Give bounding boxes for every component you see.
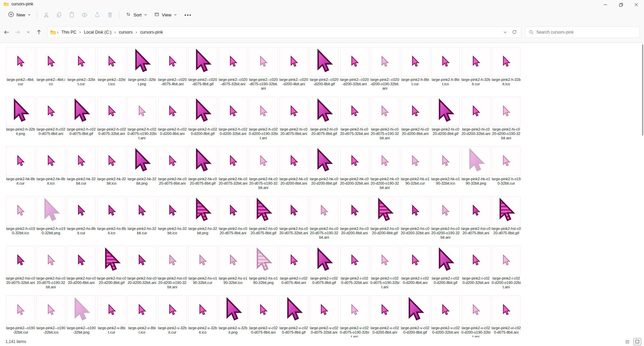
file-item[interactable]: large-pink2-v-c020-d075-8bit.ani — [248, 295, 279, 337]
file-item[interactable]: large-pink2-hsi-c020-d200-8bit.ani — [66, 246, 97, 295]
file-item[interactable]: large-pink2--o190-32bit.ico — [36, 295, 66, 337]
file-item[interactable]: large-pink2-h-32bit.cur — [461, 47, 491, 97]
file-item[interactable]: large-pink2-h-o190-32bit.cur — [491, 146, 522, 196]
file-item[interactable]: large-pink2-hk-32bit.png — [127, 146, 157, 196]
file-item[interactable]: large-pink2-hi-c020-d075-32bit.ani — [339, 97, 370, 146]
file-item[interactable]: large-pink2-h-32bit.ico — [491, 47, 522, 97]
new-button[interactable]: New — [5, 9, 34, 20]
file-item[interactable]: large-pink2-h-o190-32bit.png — [36, 196, 66, 246]
file-item[interactable]: large-pink2-i-c020-d075-8bit.gif — [309, 246, 339, 295]
copy-button[interactable] — [53, 9, 65, 20]
file-item[interactable]: large-pink2-i-c020-d200-8bit.gif — [430, 246, 461, 295]
file-item[interactable]: large-pink2-v-c020-d200-32bit.ani — [430, 295, 461, 337]
file-item[interactable]: large-pink2-hsi-c020-d075-8bit.ani — [461, 196, 491, 246]
file-item[interactable]: large-pink2-hs-8bit.cur — [66, 196, 97, 246]
file-item[interactable]: large-pink2-hsi-c020-d075-32bit.ani — [5, 246, 36, 295]
file-item[interactable]: large-pink2-v-32bit.ico — [187, 295, 218, 337]
file-item[interactable]: large-pink2--o190-32bit.png — [66, 295, 97, 337]
file-item[interactable]: large-pink2-h-c020-d200-32bit.ani — [218, 97, 249, 146]
file-item[interactable]: large-pink2-hk-32bit.cur — [66, 146, 97, 196]
file-item[interactable]: large-pink2-hsi-c020-d200-32bit.ani — [127, 246, 157, 295]
file-item[interactable]: large-pink2-hs-32bit.png — [187, 196, 218, 246]
file-item[interactable]: large-pink2-hk-c020-d200-8bit.ani — [279, 146, 309, 196]
file-item[interactable]: large-pink2--c020-d200-32bit.ani — [339, 47, 370, 97]
file-item[interactable]: large-pink2-v-c020-d200-8bit.gif — [400, 295, 431, 337]
file-item[interactable]: large-pink2-hsi-c020-d200-8bit.gif — [97, 246, 127, 295]
recent-locations-chevron[interactable] — [23, 28, 33, 37]
file-item[interactable]: large-pink2-hk-c020-d200-32bit.ani — [339, 146, 370, 196]
cut-button[interactable] — [40, 9, 53, 20]
file-item[interactable]: large-pink2-v-8bit.ico — [127, 295, 157, 337]
file-item[interactable]: large-pink2-i-c020-d200-4bit.ani — [400, 246, 431, 295]
file-item[interactable]: large-pink2-hi-c020-d075-o190-32bit.ani — [370, 97, 400, 146]
file-item[interactable]: large-pink2--4bit.cur — [5, 47, 36, 97]
file-item[interactable]: large-pink2-h-c020-d075-o190-32bit.ani — [127, 97, 157, 146]
file-item[interactable]: large-pink2--c020-d200-8bit.gif — [309, 47, 339, 97]
back-button[interactable] — [2, 28, 11, 37]
file-item[interactable]: large-pink2-h-c020-d075-8bit.gif — [66, 97, 97, 146]
paste-button[interactable] — [65, 9, 78, 20]
breadcrumb-cursors-pink[interactable]: cursors-pink — [138, 29, 165, 36]
file-item[interactable]: large-pink2-hsi-c020-d075-8bit.gif — [491, 196, 522, 246]
file-item[interactable]: large-pink2-hi-c020-d075-8bit.gif — [309, 97, 339, 146]
up-button[interactable] — [34, 28, 44, 37]
file-item[interactable]: large-pink2--4bit.ico — [36, 47, 66, 97]
file-item[interactable]: large-pink2-hk-o190-32bit.cur — [400, 146, 431, 196]
file-item[interactable]: large-pink2-hk-c020-d075-o190-32bit.ani — [248, 146, 279, 196]
file-item[interactable]: large-pink2-hk-c020-d200-o190-32bit.ani — [370, 146, 400, 196]
file-item[interactable]: large-pink2-hk-32bit.ico — [97, 146, 127, 196]
file-item[interactable]: large-pink2-i-c020-d075-o190-32bit.ani — [370, 246, 400, 295]
file-item[interactable]: large-pink2-hk-o190-32bit.ico — [430, 146, 461, 196]
file-item[interactable]: large-pink2-h-c020-d200-o190-32bit.ani — [248, 97, 279, 146]
file-item[interactable]: large-pink2-hk-8bit.ico — [36, 146, 66, 196]
file-item[interactable]: large-pink2-h-8bit.ico — [430, 47, 461, 97]
file-item[interactable]: large-pink2-hi-c020-d200-8bit.ani — [400, 97, 431, 146]
file-item[interactable]: large-pink2-hs-c020-d200-o190-32bit.ani — [430, 196, 461, 246]
file-item[interactable]: large-pink2--c020-d075-8bit.gif — [187, 47, 218, 97]
file-item[interactable]: large-pink2-hs-o190-32bit.ico — [218, 246, 249, 295]
file-item[interactable]: large-pink2-h-o190-32bit.ico — [5, 196, 36, 246]
file-item[interactable]: large-pink2-i-c020-d200-o190-32bit.ani — [491, 246, 522, 295]
vertical-scrollbar-thumb[interactable] — [642, 44, 643, 136]
file-item[interactable]: large-pink2-hs-8bit.ico — [97, 196, 127, 246]
file-item[interactable]: large-pink2-hi-c020-d200-8bit.gif — [430, 97, 461, 146]
file-item[interactable]: large-pink2-hk-c020-d075-32bit.ani — [218, 146, 249, 196]
file-item[interactable]: large-pink2-hk-c020-d075-8bit.gif — [187, 146, 218, 196]
file-item[interactable]: large-pink2--o190-32bit.cur — [5, 295, 36, 337]
share-button[interactable] — [91, 9, 104, 20]
search-input[interactable] — [536, 30, 636, 35]
file-item[interactable]: large-pink2-hs-32bit.cur — [127, 196, 157, 246]
file-item[interactable]: large-pink2-v-c020-d200-8bit.ani — [370, 295, 400, 337]
file-item[interactable]: large-pink2-hk-8bit.cur — [5, 146, 36, 196]
sort-button[interactable]: Sort — [122, 9, 151, 20]
file-item[interactable]: large-pink2-hs-c020-d075-8bit.gif — [248, 196, 279, 246]
file-item[interactable]: large-pink2-h-c020-d075-32bit.ani — [97, 97, 127, 146]
file-item[interactable]: large-pink2-hs-c020-d075-o190-32bit.ani — [309, 196, 339, 246]
file-item[interactable]: large-pink2-i-c020-d075-32bit.ani — [339, 246, 370, 295]
file-item[interactable]: large-pink2-hk-c020-d075-8bit.ani — [157, 146, 188, 196]
file-item[interactable]: large-pink2-v-8bit.cur — [97, 295, 127, 337]
file-item[interactable]: large-pink2-h-c020-d075-8bit.ani — [36, 97, 66, 146]
breadcrumb-local-disk[interactable]: Local Disk (C:) — [82, 29, 113, 36]
file-item[interactable]: large-pink2-hs-o190-32bit.png — [248, 246, 279, 295]
address-dropdown-chevron[interactable] — [503, 30, 507, 34]
file-item[interactable]: large-pink2-vi-c020-d075-8bit.ani — [491, 295, 522, 337]
delete-button[interactable] — [104, 9, 116, 20]
file-item[interactable]: large-pink2-hs-c020-d200-32bit.ani — [400, 196, 431, 246]
file-item[interactable]: large-pink2--c020-d075-4bit.ani — [157, 47, 188, 97]
more-options-button[interactable]: ••• — [180, 12, 196, 18]
file-item[interactable]: large-pink2-hsi-c020-d075-o190-32bit.ani — [36, 246, 66, 295]
file-item[interactable]: large-pink2-h-8bit.cur — [400, 47, 431, 97]
breadcrumb-this-pc[interactable]: This PC — [59, 29, 78, 36]
file-item[interactable]: large-pink2--32bit.cur — [66, 47, 97, 97]
rename-button[interactable] — [78, 9, 91, 20]
refresh-icon[interactable] — [512, 30, 517, 35]
file-item[interactable]: large-pink2-i-c020-d075-4bit.ani — [279, 246, 309, 295]
file-item[interactable]: large-pink2--c020-d075-o190-32bit.ani — [248, 47, 279, 97]
file-item[interactable]: large-pink2--c020-d200-o190-32bit.ani — [370, 47, 400, 97]
file-item[interactable]: large-pink2-hi-c020-d200-32bit.ani — [461, 97, 491, 146]
address-bar[interactable]: › This PC › Local Disk (C:) › cursors › … — [47, 27, 521, 38]
file-item[interactable]: large-pink2-v-c020-d075-32bit.ani — [309, 295, 339, 337]
forward-button[interactable] — [13, 28, 22, 37]
file-item[interactable]: large-pink2--32bit.ico — [97, 47, 127, 97]
